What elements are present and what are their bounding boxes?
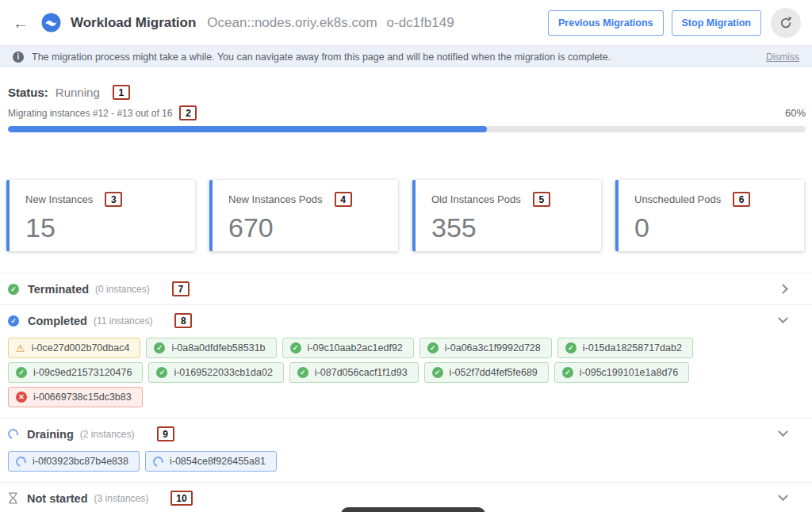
instance-chip[interactable]: ✓ i-087d056cacf1f1d93 — [289, 362, 419, 383]
section-title: Completed — [28, 315, 87, 327]
instance-id: i-087d056cacf1f1d93 — [315, 367, 408, 378]
annotation-3: 3 — [105, 192, 122, 207]
instance-id: i-0854ce8f926455a81 — [170, 456, 266, 467]
progress-label: Migrating instances #12 - #13 out of 16 — [8, 108, 172, 119]
annotation-2: 2 — [179, 105, 197, 120]
summary-cards: New Instances 3 15 New Instances Pods 4 … — [6, 180, 804, 251]
section-count: (0 instances) — [95, 284, 150, 295]
check-circle-icon: ✓ — [156, 367, 167, 378]
section-count: (11 instances) — [94, 315, 152, 327]
dismiss-link[interactable]: Dismiss — [766, 52, 799, 63]
progress-bar — [8, 126, 806, 132]
refresh-button[interactable] — [771, 8, 801, 38]
section-terminated-header[interactable]: ✓ Terminated (0 instances) 7 — [8, 273, 812, 304]
card-value: 0 — [634, 212, 796, 243]
check-circle-icon: ✓ — [290, 342, 301, 353]
status-value: Running — [56, 86, 100, 99]
instance-id: i-0a06a3c1f9992d728 — [445, 342, 541, 353]
annotation-5: 5 — [533, 192, 550, 207]
chevron-down-icon[interactable] — [778, 313, 788, 323]
instance-chip[interactable]: ✓ i-095c199101e1a8d76 — [554, 362, 689, 383]
instance-id: i-095c199101e1a8d76 — [580, 367, 678, 378]
instance-chip[interactable]: ✓ i-09c9ed21573120476 — [8, 362, 143, 383]
back-arrow-icon[interactable]: ← — [13, 15, 29, 31]
annotation-6: 6 — [733, 192, 750, 207]
section-title: Not started — [27, 492, 88, 505]
instance-chip[interactable]: ✓ i-015da18258717dab2 — [557, 338, 693, 358]
instance-id: i-09c9ed21573120476 — [33, 367, 132, 378]
section-draining-header[interactable]: Draining (2 instances) 9 — [8, 418, 812, 449]
instance-chip[interactable]: ✓ i-0a06a3c1f9992d728 — [419, 338, 552, 358]
chevron-down-icon[interactable] — [778, 426, 788, 437]
card-label: Old Instances Pods — [431, 193, 521, 205]
chevron-down-icon[interactable] — [778, 491, 788, 501]
info-banner: i The migration process might take a whi… — [0, 46, 812, 67]
page-header: ← Workload Migration Ocean::nodes.oriy.e… — [0, 0, 812, 46]
instance-id: i-0a8a0dfdfeb58531b — [171, 342, 265, 353]
annotation-8: 8 — [174, 313, 192, 328]
instance-id: i-0ce27d002b70dbac4 — [32, 342, 130, 353]
card-value: 15 — [25, 212, 187, 243]
instance-chip[interactable]: ⚠ i-0ce27d002b70dbac4 — [8, 338, 140, 358]
refresh-icon — [779, 16, 793, 30]
card-label: Unscheduled Pods — [634, 193, 721, 205]
instance-chip[interactable]: i-0f03923bc87b4e838 — [8, 451, 140, 472]
completed-chips: ⚠ i-0ce27d002b70dbac4 ✓ i-0a8a0dfdfeb585… — [8, 336, 812, 418]
instance-chip[interactable]: i-0854ce8f926455a81 — [145, 451, 277, 472]
annotation-4: 4 — [335, 192, 352, 207]
tooltip-sliver — [341, 507, 485, 512]
chevron-right-icon[interactable] — [778, 284, 788, 294]
spinner-icon — [6, 427, 21, 441]
section-title: Draining — [27, 428, 74, 441]
section-terminated: ✓ Terminated (0 instances) 7 — [0, 273, 812, 304]
card-label: New Instances Pods — [228, 193, 323, 205]
check-circle-icon: ✓ — [8, 315, 19, 327]
annotation-10: 10 — [170, 491, 192, 506]
instance-sections: ✓ Terminated (0 instances) 7 ✓ Completed… — [0, 273, 812, 512]
card-new-instances: New Instances 3 15 — [6, 180, 195, 251]
spinner-icon — [14, 454, 29, 468]
error-circle-icon: ✕ — [16, 392, 27, 403]
check-circle-icon: ✓ — [565, 342, 576, 353]
instance-chip[interactable]: ✓ i-0a8a0dfdfeb58531b — [146, 338, 276, 358]
annotation-7: 7 — [172, 281, 190, 296]
section-title: Terminated — [28, 283, 89, 296]
progress-percent: 60% — [785, 107, 806, 119]
card-value: 670 — [228, 212, 390, 243]
info-icon: i — [13, 52, 24, 63]
annotation-9: 9 — [157, 426, 174, 441]
instance-id: i-052f7dd4fef5fe689 — [450, 367, 538, 378]
instance-chip[interactable]: ✓ i-052f7dd4fef5fe689 — [424, 362, 549, 383]
instance-id: i-09c10aab2ac1edf92 — [308, 342, 403, 353]
card-label: New Instances — [25, 193, 93, 205]
instance-id: i-00669738c15dc3b83 — [33, 392, 132, 403]
check-circle-icon: ✓ — [8, 284, 19, 295]
progress-bar-fill — [8, 126, 487, 132]
draining-chips: i-0f03923bc87b4e838 i-0854ce8f926455a81 — [8, 449, 812, 482]
instance-id: i-015da18258717dab2 — [583, 342, 682, 353]
section-completed-header[interactable]: ✓ Completed (11 instances) 8 — [8, 305, 812, 336]
section-draining: Draining (2 instances) 9 i-0f03923bc87b4… — [0, 418, 812, 482]
cluster-name: Ocean::nodes.oriy.ek8s.com — [207, 15, 377, 31]
instance-chip[interactable]: ✕ i-00669738c15dc3b83 — [8, 387, 143, 407]
section-count: (3 instances) — [94, 493, 149, 504]
warning-icon: ⚠ — [16, 343, 25, 353]
instance-id: i-0169522033cb1da02 — [174, 367, 272, 378]
card-old-instances-pods: Old Instances Pods 5 355 — [412, 180, 601, 251]
resource-id: o-dc1fb149 — [387, 15, 454, 31]
section-completed: ✓ Completed (11 instances) 8 ⚠ i-0ce27d0… — [0, 304, 812, 418]
status-label: Status: — [8, 86, 48, 99]
instance-chip[interactable]: ✓ i-0169522033cb1da02 — [148, 362, 283, 383]
page-title: Workload Migration — [71, 15, 196, 31]
check-circle-icon: ✓ — [297, 367, 308, 378]
previous-migrations-button[interactable]: Previous Migrations — [548, 10, 663, 36]
check-circle-icon: ✓ — [432, 367, 443, 378]
check-circle-icon: ✓ — [16, 367, 27, 378]
banner-message: The migration process might take a while… — [32, 52, 611, 63]
stop-migration-button[interactable]: Stop Migration — [672, 10, 762, 36]
check-circle-icon: ✓ — [562, 367, 573, 378]
instance-chip[interactable]: ✓ i-09c10aab2ac1edf92 — [282, 338, 414, 358]
card-unscheduled-pods: Unscheduled Pods 6 0 — [615, 180, 804, 251]
status-block: Status: Running 1 Migrating instances #1… — [0, 67, 812, 132]
ocean-logo-icon — [41, 13, 61, 32]
